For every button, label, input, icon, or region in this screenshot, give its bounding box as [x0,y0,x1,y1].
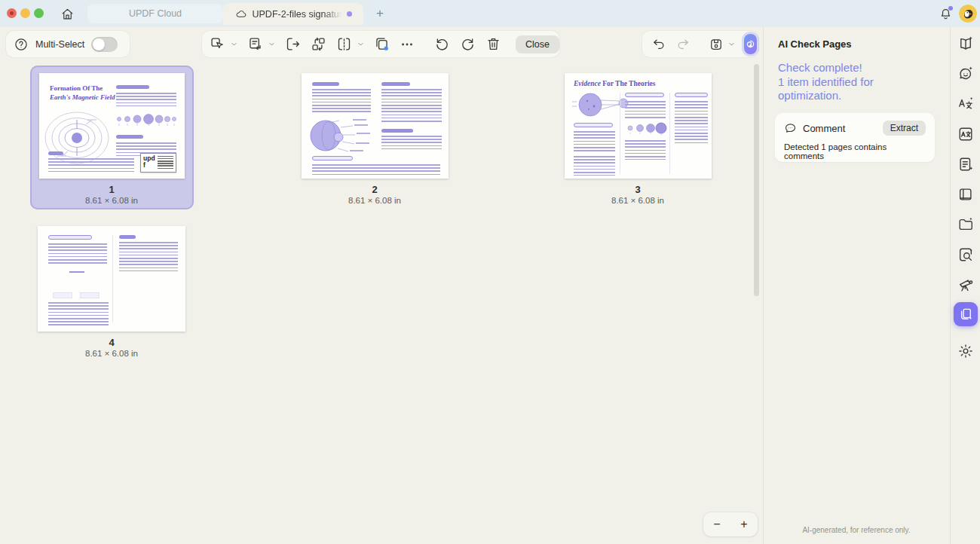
file-manager-icon [957,216,974,233]
save-button[interactable] [709,37,724,52]
comment-icon [784,122,797,135]
sidebar-ai-form-button[interactable] [957,155,975,173]
page-thumbnail-1[interactable]: Formation Of The Earth's Magnetic Field [39,73,185,179]
select-tool-dropdown[interactable] [231,41,237,47]
sidebar-file-manager-button[interactable] [957,215,975,234]
text-lines [312,89,371,114]
close-label: Close [525,39,550,50]
sidebar-translate-page-button[interactable] [957,125,975,143]
toolbar-right-group [642,31,758,57]
scrollbar-thumb[interactable] [754,64,759,296]
heading-pill [116,85,149,89]
tab-label: UPDF Cloud [129,8,182,19]
planet-size-row [115,111,178,130]
page3-title: Evidence For The Theories [574,79,655,88]
undo-button[interactable] [651,37,666,52]
sidebar-ai-search-button[interactable] [957,246,975,264]
center-dash [69,271,84,273]
split-pages-dropdown[interactable] [357,41,364,47]
text-lines [116,93,176,107]
text-lines [625,140,666,160]
notifications-button[interactable] [936,4,955,23]
heading-pill [116,135,143,139]
help-button[interactable] [14,37,29,52]
page-thumbnail-4[interactable] [38,226,185,332]
page1-title: Formation Of The Earth's Magnetic Field [50,84,115,102]
new-tab-button[interactable]: + [371,4,389,23]
redo-icon [675,37,691,52]
sidebar-promotion-button[interactable] [957,276,975,294]
insert-pages-dropdown[interactable] [268,41,275,47]
ai-search-icon [957,246,974,263]
page-thumbnail-2[interactable] [302,73,449,179]
sidebar-settings-button[interactable] [957,342,975,360]
ai-form-icon [957,156,974,173]
sidebar-ai-assistant-button[interactable] [957,65,975,83]
plus-icon: + [376,6,384,21]
select-tool-button[interactable] [210,36,225,52]
heading-pill [675,93,708,97]
text-lines [574,156,615,176]
text-lines [48,243,107,265]
insert-pages-button[interactable] [247,36,263,52]
sidebar-ai-translate-button[interactable] [957,95,975,113]
heading-pill [381,82,410,86]
page-size: 8.61 × 6.08 in [322,196,427,205]
window-zoom-button[interactable] [34,8,44,18]
page-number: 1 [66,184,157,195]
close-organize-button[interactable]: Close [516,35,559,53]
text-lines [48,302,109,327]
status-line-1: Check complete! [778,61,929,75]
page-thumbnail-3[interactable]: Evidence For The Theories [565,73,712,179]
text-lines [48,158,134,173]
sidebar-page-layout-button[interactable] [957,185,975,203]
extract-button[interactable]: Extract [883,121,926,136]
replace-pages-button[interactable] [311,36,326,52]
toolbar-center-group: Close [202,31,559,57]
window-minimize-button[interactable] [20,8,30,18]
split-pages-button[interactable] [336,36,352,52]
text-lines [381,89,442,123]
rotate-left-button[interactable] [434,36,450,52]
heading-pill [381,129,413,133]
panel-divider [763,27,764,544]
insert-pages-icon [247,36,263,52]
text-lines [312,164,440,176]
figure-placeholder [80,292,100,298]
right-sidebar [950,27,980,544]
rotate-right-button[interactable] [460,36,476,52]
tab-current-document[interactable]: UPDF-2-files signatur [223,3,363,25]
zoom-out-button[interactable]: − [703,512,730,536]
more-tools-button[interactable] [400,37,415,52]
save-dropdown[interactable] [728,41,735,47]
heading-pill [574,123,613,127]
save-icon [709,37,724,52]
ai-check-pages-button[interactable] [744,34,757,54]
copy-pages-button[interactable] [374,36,390,52]
tab-updf-cloud[interactable]: UPDF Cloud [87,4,223,23]
replace-pages-icon [311,36,326,52]
home-button[interactable] [57,5,77,23]
sidebar-organize-pages-button[interactable] [954,302,978,326]
ai-disclaimer: AI-generated, for reference only. [766,526,947,534]
comment-sticky-note: upd f [140,153,176,173]
text-lines [625,101,666,119]
size-comparison-row [625,121,667,136]
page-layout-icon [957,186,974,203]
zoom-in-button[interactable]: + [730,512,758,536]
more-icon [400,37,415,52]
text-lines [381,136,442,151]
extract-pages-button[interactable] [285,36,301,52]
delete-pages-button[interactable] [485,36,501,52]
redo-button[interactable] [675,37,691,52]
translate-page-icon [957,126,974,142]
user-avatar[interactable] [959,5,977,23]
chevron-down-icon [231,41,237,47]
sidebar-reader-button[interactable] [957,35,975,53]
earth-core-diagram [306,117,375,154]
heading-pill [625,93,664,97]
tab-label: UPDF-2-files signatur [253,9,341,20]
column-divider [669,93,670,174]
window-close-button[interactable] [7,8,17,18]
multi-select-toggle[interactable] [91,37,118,52]
